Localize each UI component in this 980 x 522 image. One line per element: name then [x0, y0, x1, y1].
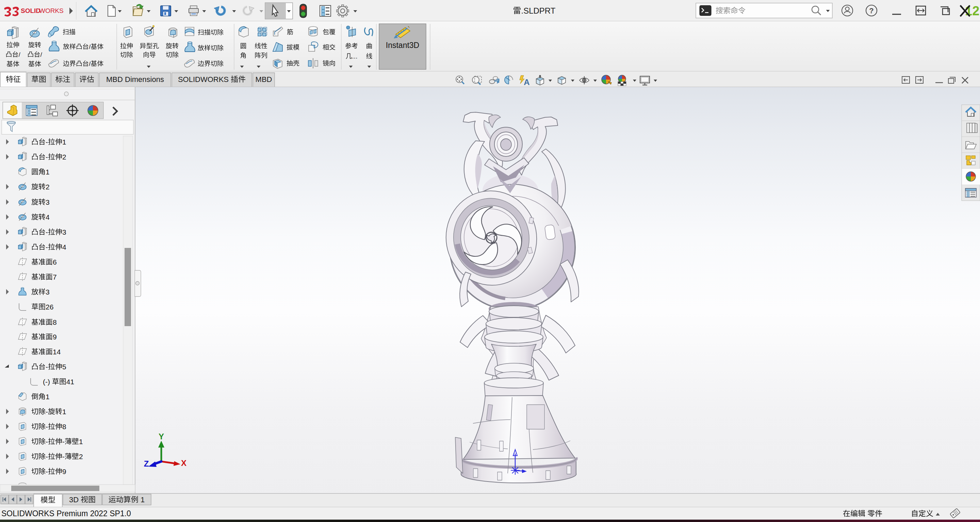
svg-text:/: /	[89, 43, 91, 50]
svg-text:-: -	[46, 408, 48, 416]
svg-text:26: 26	[46, 303, 53, 311]
svg-text:-: -	[46, 138, 48, 146]
svg-text:(-): (-)	[43, 378, 52, 386]
svg-text:8: 8	[53, 318, 57, 326]
svg-text:12: 12	[965, 4, 979, 18]
svg-text:1: 1	[79, 438, 83, 446]
svg-text:8: 8	[62, 423, 66, 430]
svg-text:1: 1	[138, 495, 145, 504]
svg-text:X: X	[181, 459, 186, 468]
svg-text:...: ...	[352, 53, 358, 60]
svg-text:6: 6	[53, 258, 57, 266]
svg-text:WORKS: WORKS	[39, 7, 64, 14]
svg-text:-: -	[46, 243, 48, 251]
svg-text:3: 3	[46, 198, 50, 206]
svg-text:7: 7	[53, 273, 57, 281]
svg-text:-: -	[46, 153, 48, 161]
svg-text:SOLIDWORKS Premium 2022 SP1.0: SOLIDWORKS Premium 2022 SP1.0	[2, 509, 131, 518]
svg-text:/: /	[89, 60, 91, 67]
svg-text:SOLID: SOLID	[21, 7, 40, 14]
svg-text:1: 1	[62, 408, 66, 416]
svg-text:SOLIDWORKS: SOLIDWORKS	[178, 75, 231, 84]
svg-text:3D: 3D	[69, 495, 81, 504]
svg-text:-: -	[62, 453, 65, 460]
svg-text:/: /	[18, 51, 21, 58]
svg-text:41: 41	[66, 378, 74, 386]
svg-text:-: -	[46, 453, 48, 460]
svg-text:-: -	[46, 438, 48, 446]
svg-text:-: -	[46, 363, 48, 371]
svg-text:Z: Z	[144, 459, 149, 468]
svg-text:9: 9	[53, 333, 57, 341]
svg-text:-: -	[46, 423, 48, 430]
svg-text:2: 2	[46, 183, 50, 191]
svg-text:-: -	[62, 438, 65, 446]
svg-text:9: 9	[62, 468, 66, 475]
svg-text:1: 1	[62, 138, 66, 146]
svg-text:?: ?	[869, 6, 873, 15]
svg-text:3: 3	[62, 228, 66, 236]
svg-text:14: 14	[53, 348, 61, 356]
svg-text:2: 2	[79, 453, 83, 460]
svg-text:1: 1	[46, 168, 50, 176]
svg-text:4: 4	[62, 243, 66, 251]
svg-text:4: 4	[46, 213, 50, 221]
svg-text:/: /	[40, 51, 42, 58]
svg-text:5: 5	[62, 363, 66, 371]
svg-text:MBD Dimensions: MBD Dimensions	[106, 75, 164, 84]
svg-text:.SLDPRT: .SLDPRT	[521, 6, 556, 15]
svg-text:3: 3	[46, 288, 50, 296]
svg-text:1: 1	[46, 393, 50, 401]
svg-text:-: -	[46, 468, 48, 475]
svg-text:MBD: MBD	[256, 75, 272, 84]
svg-text:-: -	[46, 228, 48, 236]
svg-text:Y: Y	[159, 432, 164, 441]
svg-text:Instant3D: Instant3D	[386, 41, 419, 50]
svg-text:A: A	[524, 78, 530, 87]
svg-text:2: 2	[62, 153, 66, 161]
